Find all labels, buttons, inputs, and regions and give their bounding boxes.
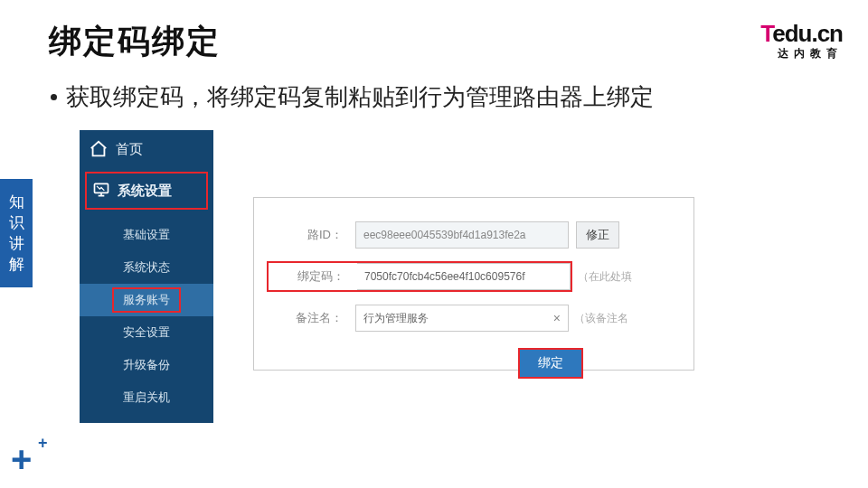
bind-code-highlight: 绑定码： 7050fc70fcb4c56ee4f10c609576f	[267, 261, 572, 292]
page-title: 绑定码绑定	[49, 20, 221, 64]
remark-label: 备注名：	[267, 310, 355, 326]
plus-decoration: + +	[11, 441, 32, 477]
bullet-icon	[51, 94, 57, 100]
row-remark: 备注名： 行为管理服务 × （该备注名	[267, 305, 693, 332]
brand-logo-main: Tedu.cn	[760, 20, 843, 48]
monitor-icon	[92, 181, 112, 201]
brand-logo: Tedu.cn 达内教育	[760, 20, 843, 61]
bullet-line: 获取绑定码，将绑定码复制粘贴到行为管理路由器上绑定	[51, 81, 654, 113]
clear-icon[interactable]: ×	[553, 311, 561, 325]
bind-code-hint: （在此处填	[578, 269, 632, 285]
route-id-field: eec98eee0045539bf4d1a913fe2a	[355, 221, 569, 249]
bind-code-value: 7050fc70fcb4c56ee4f10c609576f	[364, 270, 525, 283]
remark-input[interactable]: 行为管理服务 ×	[355, 305, 569, 332]
knowledge-tab: 知识讲解	[0, 179, 33, 287]
sidebar-sub-label: 升级备份	[123, 357, 170, 373]
bind-code-label: 绑定码：	[269, 268, 357, 285]
remark-value: 行为管理服务	[363, 311, 429, 326]
brand-logo-rest: edu.cn	[772, 20, 843, 47]
sidebar-sub-label: 服务账号	[112, 287, 181, 313]
home-icon	[89, 139, 108, 159]
sidebar-sub-reboot[interactable]: 重启关机	[80, 381, 213, 414]
remark-hint: （该备注名	[574, 311, 628, 326]
route-id-value: eec98eee0045539bf4d1a913fe2a	[363, 229, 526, 241]
bind-code-input[interactable]: 7050fc70fcb4c56ee4f10c609576f	[357, 263, 571, 290]
sidebar-item-label: 系统设置	[118, 183, 172, 200]
route-id-label: 路ID：	[254, 227, 355, 243]
sidebar-sub-label: 系统状态	[123, 259, 170, 276]
brand-logo-letter: T	[760, 20, 772, 47]
sidebar-item-label: 首页	[116, 141, 143, 158]
sidebar-item-home[interactable]: 首页	[80, 130, 213, 168]
sidebar-sub-security[interactable]: 安全设置	[80, 316, 213, 349]
bind-button[interactable]: 绑定	[518, 348, 583, 379]
bind-button-row: 绑定	[254, 344, 693, 379]
router-sidebar: 首页 系统设置 基础设置 系统状态 服务账号 安全设置 升级备份 重启关机	[80, 130, 213, 423]
sidebar-sub-basic[interactable]: 基础设置	[80, 219, 213, 251]
sidebar-item-system-settings[interactable]: 系统设置	[85, 172, 208, 210]
sidebar-sub-label: 基础设置	[123, 227, 170, 243]
sidebar-sub-service-account[interactable]: 服务账号	[80, 284, 213, 316]
plus-icon: +	[11, 439, 32, 479]
brand-logo-sub: 达内教育	[760, 46, 843, 61]
sidebar-sub-label: 重启关机	[123, 389, 170, 406]
sidebar-submenu: 基础设置 系统状态 服务账号 安全设置 升级备份 重启关机	[80, 213, 213, 419]
bullet-text: 获取绑定码，将绑定码复制粘贴到行为管理路由器上绑定	[66, 81, 654, 113]
row-route-id: 路ID： eec98eee0045539bf4d1a913fe2a 修正	[254, 221, 693, 249]
bind-form-panel: 路ID： eec98eee0045539bf4d1a913fe2a 修正 绑定码…	[253, 197, 694, 371]
sidebar-sub-status[interactable]: 系统状态	[80, 251, 213, 284]
route-id-fix-button[interactable]: 修正	[576, 221, 619, 249]
row-bind-code: 绑定码： 7050fc70fcb4c56ee4f10c609576f （在此处填	[254, 261, 693, 292]
sidebar-sub-label: 安全设置	[123, 324, 170, 341]
plus-icon-small: +	[38, 434, 48, 453]
sidebar-sub-upgrade[interactable]: 升级备份	[80, 349, 213, 381]
